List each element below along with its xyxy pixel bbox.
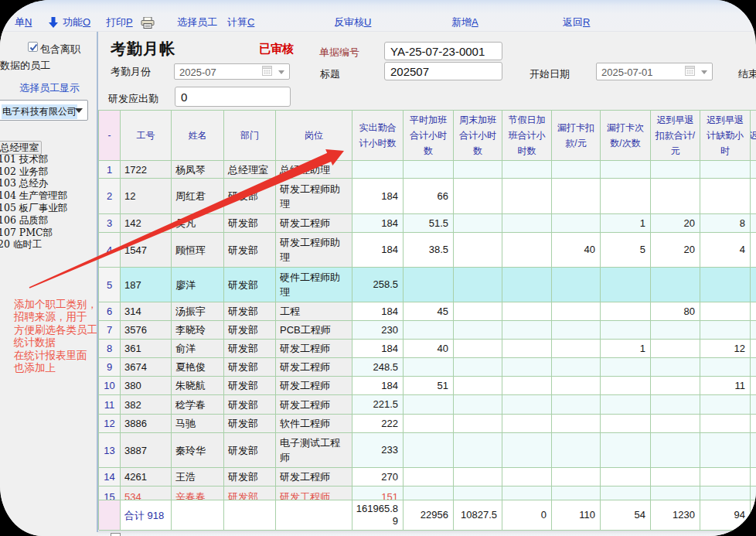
annotation-line: 统计数据 [14,336,56,349]
column-header[interactable]: 迟到早退计缺勤小时 [700,111,751,161]
table-row[interactable]: 15534辛春春研发部研发工程师151 [99,486,756,500]
select-employee-display-link[interactable]: 选择员工显示 [19,81,80,95]
include-resigned-label-line1: 包含离职 [40,43,80,56]
toolbar-item-print[interactable]: 打印P [106,16,133,29]
table-cell [700,433,751,468]
toolbar-item-select-staff[interactable]: 选择员工 [177,16,217,29]
toolbar-item-unaudit[interactable]: 反审核U [334,16,371,29]
department-item[interactable]: 107 PMC部 [0,227,53,239]
department-item[interactable]: 105 板厂事业部 [0,202,67,214]
table-row[interactable]: 11722杨凤琴总经理室总经理助理 [99,161,756,179]
column-header[interactable]: 姓名 [172,111,224,161]
doc-title-input[interactable] [384,62,502,80]
toolbar-item-add-new[interactable]: 新增A [451,16,478,29]
table-row[interactable]: 212周红君研发部研发工程师助理18466 [99,179,756,214]
column-header[interactable]: - [99,111,121,161]
table-cell: 20 [651,233,700,268]
column-header[interactable]: 岗位 [276,111,352,161]
table-cell [651,161,700,179]
column-header[interactable]: 漏打卡次数/次数 [601,111,651,161]
table-row[interactable]: 133887秦玲华研发部电子测试工程师233 [99,433,756,468]
table-cell: 总经理助理 [276,161,352,179]
department-item[interactable]: 101 技术部 [0,153,48,166]
table-row[interactable]: 6314汤振宇研发部工程1844580 [99,302,756,321]
table-row[interactable]: 11382稔学春研发部研发工程师221.5 [99,395,756,415]
column-header[interactable]: 实出勤合计小时数 [352,111,404,161]
bottom-checkbox[interactable] [111,533,121,536]
table-cell [454,415,502,433]
table-cell: 研发工程师助理 [276,179,352,214]
column-header[interactable]: 迟到早退扣款合计/元 [651,111,700,161]
table-cell [552,433,601,468]
rd-attendance-input[interactable] [175,87,291,107]
table-cell: 稔学春 [172,395,224,415]
table-cell: 38.5 [404,233,454,268]
column-header[interactable]: 部门 [224,111,276,161]
table-cell [601,433,651,468]
column-header[interactable]: 漏打卡扣款/元 [552,111,601,161]
table-cell: 361 [121,340,172,358]
table-cell: 382 [121,395,172,415]
column-header[interactable]: 周末加班合计小时数 [454,111,502,161]
row-number: 11 [99,395,121,415]
table-row[interactable]: 41547顾恒珲研发部研发工程师助理18438.5405204 [99,233,756,268]
table-cell [651,321,700,340]
bill-no-label: 单据编号 [319,46,359,60]
row-number: 3 [99,214,121,233]
printer-icon[interactable] [141,17,155,32]
table-cell: 314 [121,302,172,321]
table-cell [404,268,454,302]
toolbar-item-calculate[interactable]: 计算C [227,16,254,29]
table-cell [651,358,700,377]
toolbar-item-function[interactable]: 功能O [63,16,90,29]
month-picker[interactable]: 2025-07 [174,63,290,80]
table-cell: 3674 [121,358,172,377]
main-panel: 考勤月帐 已审核 单据编号 考勤月份 2025-07 标题 开始日期 2025-… [98,32,756,536]
table-cell: 80 [651,302,700,321]
table-cell: 李晓玲 [172,321,224,340]
summary-cell: 0 [502,500,552,531]
start-date-picker[interactable]: 2025-07-01 [596,63,713,80]
column-header[interactable]: 平时加班合计小时数 [404,111,454,161]
table-cell: 8 [700,214,751,233]
table-cell [751,395,756,415]
table-cell [454,433,502,468]
department-item[interactable]: 106 品质部 [0,214,48,227]
department-item[interactable]: 20 临时工 [0,238,42,251]
table-cell [651,433,700,468]
table-cell [404,486,454,500]
table-row[interactable]: 123886马驰研发部软件工程师222 [99,415,756,433]
table-cell [454,268,502,302]
table-cell: 51 [404,377,454,395]
start-date-value: 2025-07-01 [601,66,653,77]
table-row[interactable]: 144261王浩研发部研发工程师270 [99,468,756,486]
table-row[interactable]: 5187廖洋研发部硬件工程师助理258.5 [99,268,756,302]
table-cell [502,468,552,486]
toolbar-item-menu[interactable]: 单N [15,16,32,29]
company-combobox[interactable]: 电子科技有限公司 [0,100,88,121]
table-cell [404,415,454,433]
toolbar-item-back[interactable]: 返回R [563,16,590,29]
table-cell [601,268,651,302]
bill-no-input[interactable] [384,42,502,60]
column-header[interactable]: 节假日加班合计小时数 [502,111,552,161]
table-cell [651,268,700,302]
department-item[interactable]: 102 业务部 [0,166,48,178]
table-row[interactable]: 8361俞洋研发部研发工程师18440112 [99,340,756,358]
table-cell [404,395,454,415]
table-row[interactable]: 73576李晓玲研发部PCB工程师230 [99,321,756,340]
table-row[interactable]: 93674夏艳俊研发部研发工程师248.5 [99,358,756,377]
column-header[interactable]: 工号 [121,111,172,161]
table-cell [601,179,651,214]
table-row[interactable]: 3142吴凡研发部研发工程师18451.51208 [99,214,756,233]
table-row[interactable]: 10380朱晓航研发部研发工程师1845111 [99,377,756,395]
summary-cell: 10827.5 [454,500,502,531]
table-cell: 研发部 [224,415,276,433]
audit-status-badge: 已审核 [259,42,294,56]
table-cell: 电子测试工程师 [276,433,352,468]
department-item[interactable]: 104 生产管理部 [0,189,67,202]
column-header[interactable]: 迟 [751,111,756,161]
table-cell: 周红君 [172,179,224,214]
department-item[interactable]: 103 总经办 [0,177,48,189]
include-resigned-checkbox[interactable] [28,42,38,52]
